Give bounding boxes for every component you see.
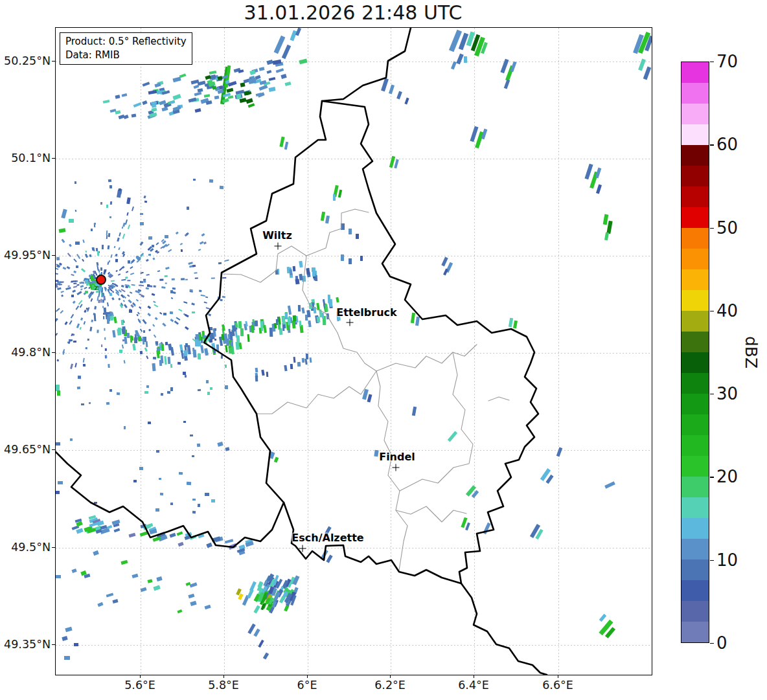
colorbar-tick-label: 0 bbox=[716, 633, 727, 653]
y-axis-tick-mark bbox=[52, 352, 55, 353]
colorbar-band bbox=[681, 166, 709, 186]
colorbar-tick-mark bbox=[710, 311, 714, 311]
y-axis-tick-label: 49.5°N bbox=[11, 541, 51, 554]
colorbar-band bbox=[681, 518, 709, 539]
x-axis-tick-mark bbox=[223, 675, 224, 678]
city-marker bbox=[275, 243, 282, 250]
y-axis-tick-label: 49.95°N bbox=[4, 249, 51, 262]
product-info-line1: Product: 0.5° Reflectivity bbox=[65, 35, 187, 49]
y-axis-tick-mark bbox=[52, 547, 55, 548]
colorbar bbox=[681, 62, 709, 643]
colorbar-band bbox=[681, 622, 709, 642]
x-axis-tick-label: 5.8°E bbox=[208, 679, 239, 692]
y-axis-tick-label: 49.35°N bbox=[4, 638, 51, 651]
colorbar-band bbox=[681, 145, 709, 166]
x-axis-tick-mark bbox=[140, 675, 141, 678]
x-axis-tick-mark bbox=[558, 675, 558, 678]
city-marker bbox=[299, 545, 306, 552]
colorbar-band bbox=[681, 186, 709, 207]
colorbar-band bbox=[681, 435, 709, 456]
colorbar-tick-mark bbox=[710, 228, 714, 229]
colorbar-band bbox=[681, 62, 709, 83]
city-label: Esch/Alzette bbox=[292, 532, 363, 544]
colorbar-tick-mark bbox=[710, 144, 714, 145]
colorbar-band bbox=[681, 497, 709, 518]
y-axis-tick-mark bbox=[52, 449, 55, 450]
y-axis-tick-mark bbox=[52, 158, 55, 159]
colorbar-tick-label: 50 bbox=[716, 218, 738, 238]
colorbar-units-label: dBZ bbox=[742, 336, 761, 368]
y-axis-tick-label: 49.65°N bbox=[4, 443, 51, 456]
colorbar-band bbox=[681, 456, 709, 477]
y-axis-tick-mark bbox=[52, 255, 55, 256]
y-axis-tick-label: 50.1°N bbox=[11, 152, 51, 164]
colorbar-tick-mark bbox=[710, 477, 714, 477]
city-marker bbox=[347, 319, 354, 326]
product-info-box: Product: 0.5° Reflectivity Data: RMIB bbox=[60, 32, 192, 65]
city-layer: WiltzEttelbruckFindelEsch/Alzette bbox=[56, 28, 652, 675]
colorbar-tick-label: 20 bbox=[716, 467, 738, 486]
colorbar-band bbox=[681, 332, 709, 352]
colorbar-band bbox=[681, 124, 709, 145]
y-axis-tick-mark bbox=[52, 61, 55, 62]
map-panel: WiltzEttelbruckFindelEsch/Alzette Produc… bbox=[55, 27, 652, 675]
colorbar-tick-mark bbox=[710, 643, 714, 644]
colorbar-tick-label: 30 bbox=[716, 384, 738, 403]
colorbar-band bbox=[681, 394, 709, 414]
x-axis-tick-label: 6.4°E bbox=[458, 679, 489, 692]
colorbar-band bbox=[681, 477, 709, 497]
colorbar-tick-label: 60 bbox=[716, 135, 738, 154]
y-axis-tick-label: 49.8°N bbox=[11, 346, 51, 359]
colorbar-band bbox=[681, 373, 709, 394]
colorbar-tick-mark bbox=[710, 62, 714, 62]
colorbar-tick-label: 40 bbox=[716, 301, 738, 321]
colorbar-band bbox=[681, 559, 709, 580]
colorbar-band bbox=[681, 249, 709, 269]
colorbar-tick-mark bbox=[710, 394, 714, 394]
x-axis-tick-label: 5.6°E bbox=[124, 679, 155, 692]
page-title: 31.01.2026 21:48 UTC bbox=[55, 1, 651, 24]
colorbar-band bbox=[681, 207, 709, 228]
colorbar-tick-label: 70 bbox=[716, 52, 738, 71]
colorbar-band bbox=[681, 539, 709, 559]
colorbar-band bbox=[681, 228, 709, 249]
colorbar-tick-mark bbox=[710, 560, 714, 561]
colorbar-band bbox=[681, 269, 709, 290]
colorbar-band bbox=[681, 352, 709, 373]
colorbar-band bbox=[681, 104, 709, 124]
city-label: Wiltz bbox=[262, 229, 292, 242]
colorbar-band bbox=[681, 290, 709, 311]
x-axis-tick-label: 6.2°E bbox=[374, 679, 406, 692]
y-axis-tick-label: 50.25°N bbox=[4, 54, 51, 67]
product-info-line2: Data: RMIB bbox=[65, 49, 187, 62]
colorbar-band bbox=[681, 580, 709, 601]
y-axis-tick-mark bbox=[52, 644, 55, 645]
city-label: Ettelbruck bbox=[336, 306, 396, 319]
radar-page: 31.01.2026 21:48 UTC WiltzEttelbru bbox=[0, 0, 767, 700]
colorbar-tick-label: 10 bbox=[716, 550, 738, 570]
colorbar-band bbox=[681, 311, 709, 332]
city-marker bbox=[393, 464, 400, 471]
colorbar-band bbox=[681, 414, 709, 435]
x-axis-tick-label: 6°E bbox=[297, 679, 317, 692]
x-axis-tick-mark bbox=[474, 675, 474, 678]
city-label: Findel bbox=[379, 451, 415, 463]
colorbar-band bbox=[681, 83, 709, 104]
colorbar-band bbox=[681, 601, 709, 622]
x-axis-tick-mark bbox=[390, 675, 391, 678]
x-axis-tick-mark bbox=[307, 675, 308, 678]
radar-site-marker bbox=[96, 275, 106, 285]
x-axis-tick-label: 6.6°E bbox=[542, 679, 573, 692]
